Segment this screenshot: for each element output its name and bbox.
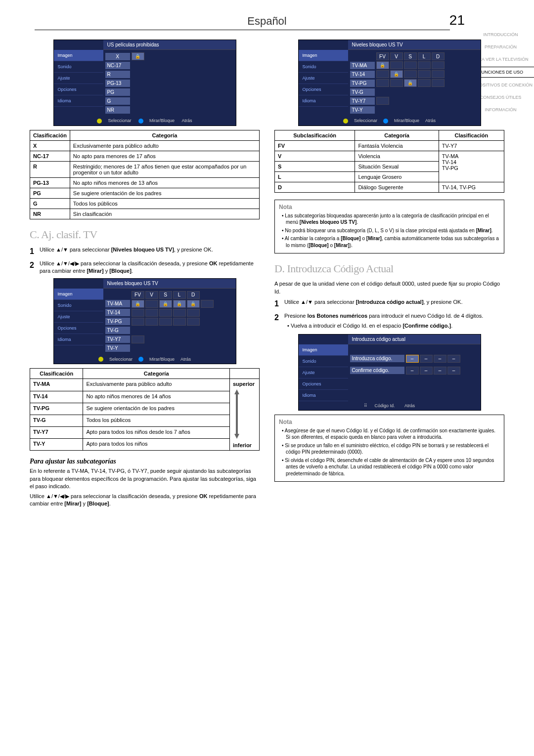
row-r: R xyxy=(105,71,130,78)
right-column: Niveles bloqueo US TV Imagen Sonido Ajus… xyxy=(274,40,504,509)
superior-label: superior xyxy=(233,381,255,387)
screen-title: US películas prohibidas xyxy=(103,40,236,50)
lock-icon: 🔒 xyxy=(407,81,413,85)
menu-idioma: Idioma xyxy=(54,95,103,107)
arrow-up-down-icon xyxy=(233,387,241,441)
tv-screen-movies: US películas prohibidas Imagen Sonido Aj… xyxy=(53,40,236,126)
menu-ajuste: Ajuste xyxy=(54,73,103,84)
row-nr: NR xyxy=(105,106,130,114)
lock-icon: 🔒 xyxy=(380,63,385,68)
step-c2: 2 Utilice ▲/▼/◀/▶ para seleccionar la cl… xyxy=(30,260,260,275)
step-d1: 1 Utilice ▲/▼ para seleccionar [Introduz… xyxy=(274,298,504,309)
lock-icon: 🔒 xyxy=(394,72,399,77)
section-c-title: C. Aj. clasif. TV xyxy=(30,228,260,241)
subcat-p1: En lo referente a TV-MA, TV-14, TV-PG, ó… xyxy=(30,467,260,490)
left-column: US películas prohibidas Imagen Sonido Aj… xyxy=(30,40,260,509)
tv-screen-tvratings1: Niveles bloqueo US TV Imagen Sonido Ajus… xyxy=(53,278,236,365)
movies-ratings-table: ClasificaciónCategoría XExclusivamente p… xyxy=(30,130,260,219)
subcat-p2: Utilice ▲/▼/◀/▶ para seleccionar la clas… xyxy=(30,493,260,508)
subcat-title: Para ajustar las subcategorías xyxy=(30,458,260,465)
note-box-2: Nota Asegúrese de que el nuevo Código Id… xyxy=(274,415,504,482)
lock-icon: 🔒 xyxy=(190,301,196,306)
inferior-label: inferior xyxy=(233,442,252,448)
menu-imagen: Imagen xyxy=(54,50,103,61)
lock-icon: 🔒 xyxy=(135,301,140,306)
row-g: G xyxy=(105,97,130,105)
lock-icon: 🔒 xyxy=(177,301,182,306)
row-pg13: PG-13 xyxy=(105,80,130,87)
menu-sonido: Sonido xyxy=(54,61,103,73)
section-d-title: D. Introduzca Código Actual xyxy=(274,262,504,275)
row-pg: PG xyxy=(105,88,130,96)
note-box-1: Nota Las subcategorías bloqueadas aparec… xyxy=(274,200,504,254)
tv-footer: Seleccionar Mirar/Bloque Atrás xyxy=(54,116,236,126)
lock-icon: 🔒 xyxy=(135,54,140,59)
tv-sidebar: Imagen Sonido Ajuste Opciones Idioma xyxy=(54,50,103,116)
menu-opciones: Opciones xyxy=(54,84,103,95)
blue-dot-icon xyxy=(138,119,143,124)
section-d-intro: A pesar de que la unidad viene con el có… xyxy=(274,280,504,295)
tv-ratings-table: ClasificaciónCategoría TV-MAExclusivamen… xyxy=(30,368,260,451)
row-x: X xyxy=(105,53,130,60)
lock-icon: 🔒 xyxy=(163,301,168,306)
step-d2: 2 Presione los Botones numéricos para in… xyxy=(274,312,504,331)
keypad-icon: ⠿ xyxy=(364,403,367,408)
row-nc17: NC-17 xyxy=(105,62,130,69)
yellow-dot-icon xyxy=(97,119,102,124)
subclass-table: SubclasificaciónCategoríaClasificación F… xyxy=(274,130,504,193)
step-c1: 1 Utilice ▲/▼ para seleccionar [Niveles … xyxy=(30,246,260,257)
tv-screen-code: Introduzca código actual Imagen Sonido A… xyxy=(298,334,481,411)
tv-screen-tvratings2: Niveles bloqueo US TV Imagen Sonido Ajus… xyxy=(298,40,481,126)
